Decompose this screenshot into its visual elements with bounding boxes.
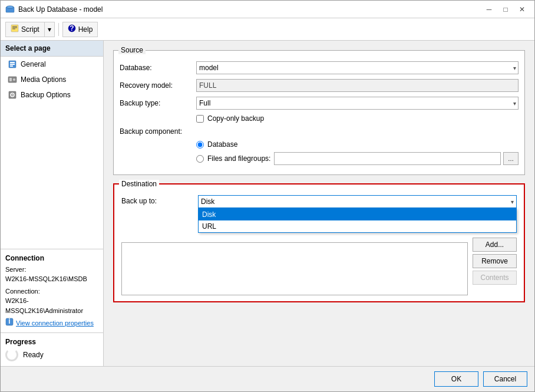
svg-rect-12 (10, 65, 13, 67)
ok-button[interactable]: OK (434, 371, 478, 387)
main-content: Select a page General (1, 41, 534, 366)
source-legend: Source (118, 46, 146, 54)
progress-section: Progress Ready (1, 332, 103, 366)
help-icon: ? (68, 24, 76, 34)
connection-value: W2K16-MSSQL2K16\Administrator (5, 296, 98, 315)
destination-list[interactable] (121, 242, 468, 295)
title-bar-controls: ─ □ ✕ (481, 4, 530, 15)
select-page-label: Select a page (5, 44, 51, 52)
window-title: Back Up Database - model (18, 5, 481, 14)
script-dropdown-button[interactable]: ▾ (44, 22, 55, 37)
sidebar-item-backup-options-label: Backup Options (21, 91, 71, 99)
connection-section: Connection Server: W2K16-MSSQL2K16\MSDB … (1, 249, 103, 333)
recovery-model-field (196, 79, 519, 92)
svg-rect-11 (10, 64, 15, 65)
sidebar-item-general-label: General (21, 60, 46, 68)
radio-files-input[interactable] (196, 155, 204, 163)
help-button[interactable]: ? Help (62, 22, 98, 37)
files-input-row: … (274, 152, 519, 165)
svg-rect-14 (9, 78, 12, 81)
remove-button[interactable]: Remove (473, 254, 517, 268)
back-up-to-row: Back up to: Disk ▾ Disk URL (121, 195, 517, 208)
script-icon (11, 24, 19, 34)
sidebar-header: Select a page (1, 41, 103, 57)
radio-database-input[interactable] (196, 141, 204, 149)
dropdown-option-url[interactable]: URL (199, 220, 516, 232)
radio-files: Files and filegroups: … (196, 152, 519, 165)
general-icon (8, 60, 17, 69)
database-select-wrapper: model (196, 61, 519, 74)
backup-type-row: Backup type: Full Differential Transacti… (120, 97, 519, 110)
svg-text:?: ? (70, 24, 74, 32)
title-bar: Back Up Database - model ─ □ ✕ (1, 1, 534, 18)
destination-section: Destination Back up to: Disk ▾ Disk (113, 183, 525, 302)
source-section: Source Database: model Recovery model: (113, 50, 525, 175)
connection-title: Connection (5, 254, 98, 262)
add-button[interactable]: Add... (473, 238, 517, 252)
recovery-model-input (196, 79, 519, 92)
sidebar-item-media-options-label: Media Options (21, 75, 66, 84)
script-toolbar-group: Script ▾ (5, 22, 55, 37)
files-browse-button[interactable]: … (503, 152, 519, 165)
progress-row: Ready (5, 348, 98, 361)
back-up-to-dropdown: Disk URL (198, 208, 517, 233)
script-dropdown-arrow-icon: ▾ (48, 25, 51, 34)
back-up-to-select-container: Disk ▾ Disk URL (198, 195, 517, 208)
toolbar: Script ▾ ? Help (1, 18, 534, 41)
progress-title: Progress (5, 338, 98, 346)
backup-options-icon (8, 90, 17, 100)
svg-point-18 (12, 94, 13, 95)
back-up-to-display[interactable]: Disk ▾ (198, 195, 517, 208)
sidebar-item-general[interactable]: General (1, 57, 103, 72)
database-label: Database: (120, 64, 196, 72)
main-window: Back Up Database - model ─ □ ✕ Script (0, 0, 535, 392)
radio-files-row: Files and filegroups: … (196, 152, 519, 165)
script-label: Script (21, 25, 39, 34)
copy-only-row: Copy-only backup (196, 114, 519, 123)
sidebar-item-backup-options[interactable]: Backup Options (1, 87, 103, 103)
toolbar-separator (58, 23, 59, 36)
source-spacer (120, 55, 519, 61)
dropdown-option-disk[interactable]: Disk (199, 209, 516, 220)
svg-rect-3 (11, 25, 18, 32)
backup-type-select-wrapper: Full Differential Transaction Log (196, 97, 519, 110)
cancel-button[interactable]: Cancel (483, 371, 527, 387)
radio-files-label: Files and filegroups: (207, 154, 270, 163)
bottom-bar: OK Cancel (1, 366, 534, 391)
svg-rect-10 (10, 62, 15, 63)
files-input-field[interactable] (274, 152, 501, 165)
sidebar: Select a page General (1, 41, 104, 366)
destination-buttons: Add... Remove Contents (473, 238, 517, 285)
minimize-button[interactable]: ─ (481, 4, 497, 15)
close-button[interactable]: ✕ (514, 4, 530, 15)
progress-status: Ready (23, 351, 44, 359)
database-select[interactable]: model (196, 61, 519, 74)
contents-button: Contents (473, 271, 517, 285)
view-properties-icon: i (5, 318, 14, 328)
server-value: W2K16-MSSQL2K16\MSDB (5, 274, 98, 284)
back-up-to-value: Disk (201, 197, 214, 206)
sidebar-item-media-options[interactable]: Media Options (1, 72, 103, 87)
svg-text:i: i (8, 318, 10, 325)
copy-only-label: Copy-only backup (207, 114, 264, 123)
backup-component-row: Backup component: (120, 127, 519, 136)
recovery-model-label: Recovery model: (120, 81, 196, 90)
backup-type-select[interactable]: Full Differential Transaction Log (196, 97, 519, 110)
window-icon (5, 5, 15, 14)
destination-list-row: Add... Remove Contents (121, 238, 517, 295)
destination-legend: Destination (119, 180, 159, 188)
radio-database: Database (196, 140, 519, 149)
progress-spinner-icon (5, 348, 18, 361)
content-area: Source Database: model Recovery model: (104, 41, 534, 366)
backup-type-label: Backup type: (120, 99, 196, 107)
radio-database-label: Database (207, 140, 237, 149)
back-up-to-dropdown-arrow-icon: ▾ (511, 199, 514, 205)
back-up-to-label: Back up to: (121, 195, 198, 205)
view-connection-properties-link[interactable]: View connection properties (16, 319, 94, 327)
database-row: Database: model (120, 61, 519, 74)
media-options-icon (8, 75, 17, 84)
maximize-button[interactable]: □ (498, 4, 513, 15)
copy-only-checkbox[interactable] (196, 115, 204, 123)
svg-point-15 (13, 78, 15, 81)
script-button[interactable]: Script (5, 22, 44, 37)
